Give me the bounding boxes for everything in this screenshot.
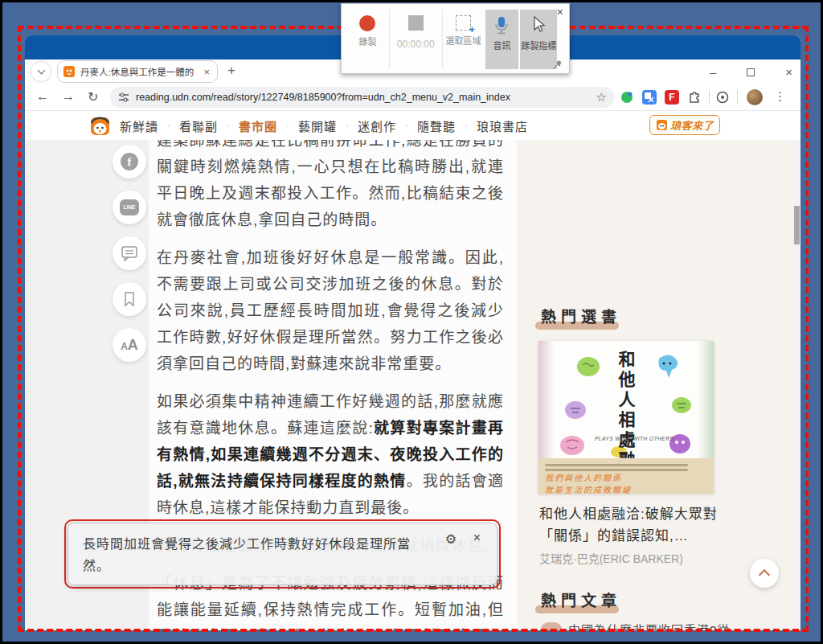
- forward-button[interactable]: →: [62, 89, 75, 104]
- font-size-icon: AA: [121, 337, 138, 354]
- translate-extension-icon[interactable]: [642, 90, 657, 105]
- browser-tab[interactable]: 丹麥人:休息與工作是一體的 ×: [57, 60, 218, 83]
- bookmark-button[interactable]: [113, 282, 146, 316]
- book-cover[interactable]: 和他人相處融洽 PLAYS WELL WITH OTHERS 我們與他人的關係 …: [538, 341, 714, 494]
- nav-separator: ·: [167, 120, 170, 131]
- recorder-close-icon[interactable]: ×: [557, 6, 563, 18]
- browser-toolbar: ← → ↻ reading.udn.com/read/story/122749/…: [25, 84, 800, 111]
- line-icon: LINE: [120, 199, 139, 215]
- page-scrollbar[interactable]: [793, 140, 800, 630]
- reload-button[interactable]: ↻: [88, 89, 98, 105]
- share-facebook-button[interactable]: f: [113, 145, 146, 178]
- chevron-down-icon: [37, 67, 45, 75]
- article-paragraph: 如果必須集中精神連續工作好幾週的話,那麼就應該有意識地休息。蘇連這麼說:就算對專…: [157, 388, 504, 521]
- browser-menu-icon[interactable]: ⋮: [774, 89, 786, 104]
- site-logo: [89, 115, 111, 137]
- record-pointer-label: 錄製指標: [521, 41, 556, 51]
- comment-icon: [121, 245, 138, 261]
- article-paragraph: 在丹麥社會,加班後好好休息是一般常識。因此,不需要跟上司或公司交涉加班之後的休息…: [157, 244, 504, 377]
- site-settings-icon: [118, 92, 129, 103]
- tab-title: 丹麥人:休息與工作是一體的: [80, 65, 201, 78]
- url-text: reading.udn.com/read/story/122749/818590…: [136, 92, 596, 103]
- site-navigation: 新鮮讀 · 看聯副 · 書市圈 · 藝開罐 · 迷創作 · 隨聲聽 · 琅琅書店…: [25, 111, 800, 140]
- nav-item-active[interactable]: 書市圈: [239, 117, 277, 134]
- nav-separator: ·: [227, 120, 230, 131]
- book-author: 艾瑞克·巴克(ERIC BARKER): [539, 550, 683, 566]
- record-button[interactable]: 錄製: [346, 9, 389, 68]
- flipboard-extension-icon[interactable]: F: [665, 90, 679, 105]
- cover-script-line: 就是生活的成敗關鍵: [545, 485, 707, 495]
- pin-icon[interactable]: [552, 59, 563, 70]
- new-tab-button[interactable]: +: [227, 63, 235, 79]
- record-label: 錄製: [358, 37, 376, 47]
- minimize-button[interactable]: –: [710, 65, 716, 79]
- book-cover-band: 我們與他人的關係 就是生活的成敗關鍵: [538, 458, 714, 494]
- nav-item[interactable]: 隨聲聽: [417, 117, 456, 134]
- comment-button[interactable]: [113, 236, 146, 270]
- badge-label: 琅客來了: [670, 117, 714, 133]
- select-region-label: 選取區域: [446, 36, 481, 47]
- site-favicon: [63, 65, 76, 78]
- facebook-icon: f: [121, 153, 138, 170]
- share-line-button[interactable]: LINE: [113, 191, 146, 224]
- toolbar-divider: [709, 90, 710, 104]
- tab-close-icon[interactable]: ×: [201, 66, 212, 78]
- nav-item[interactable]: 新鮮讀: [120, 117, 158, 134]
- sidebar-widgets: 熱門選書 和他人相處融洽 PLAYS WELL WITH OTHERS 我們與他: [517, 140, 800, 630]
- record-icon: [359, 15, 375, 31]
- stop-icon: [408, 15, 424, 31]
- stop-timer-button[interactable]: 00:00:00: [389, 9, 442, 68]
- live-caption-popup[interactable]: 長時間加班會覺得之後減少工作時數好好休段是理所當然。 ⚙ ×: [68, 523, 497, 585]
- caption-close-icon[interactable]: ×: [473, 531, 481, 545]
- window-close-button[interactable]: ×: [785, 65, 792, 79]
- badge-mascot-icon: [656, 119, 668, 131]
- nav-item[interactable]: 藝開罐: [298, 117, 337, 134]
- select-region-icon: +: [456, 15, 471, 31]
- nav-separator: ·: [405, 120, 408, 131]
- bookmark-icon: [122, 291, 137, 307]
- select-region-button[interactable]: + 選取區域: [442, 9, 485, 68]
- book-cover-subtitle: PLAYS WELL WITH OTHERS: [595, 436, 674, 441]
- microphone-icon: [493, 16, 510, 35]
- maximize-button[interactable]: [747, 65, 755, 79]
- profile-avatar[interactable]: [747, 89, 763, 105]
- screenshot-lens-icon[interactable]: [715, 90, 730, 105]
- back-button[interactable]: ←: [36, 89, 49, 104]
- popular-books-heading: 熱門選書: [541, 305, 621, 326]
- cursor-icon: [530, 16, 547, 35]
- langke-badge[interactable]: 琅客來了: [649, 115, 720, 135]
- caption-highlight-border: 長時間加班會覺得之後減少工作時數好好休段是理所當然。 ⚙ ×: [64, 519, 501, 589]
- nav-separator: ·: [465, 120, 468, 131]
- gear-icon[interactable]: ⚙: [445, 531, 457, 547]
- popular-articles-heading: 熱門文章: [541, 589, 621, 610]
- scrollbar-thumb[interactable]: [794, 206, 800, 244]
- toolbar-divider: [737, 90, 738, 104]
- tab-search-button[interactable]: [31, 62, 51, 81]
- book-title-link[interactable]: 和他人相處融洽:破解大眾對「關係」的錯誤認知,…: [539, 503, 740, 547]
- audio-label: 音訊: [493, 41, 510, 51]
- evernote-extension-icon[interactable]: [620, 90, 634, 105]
- nav-separator: ·: [346, 120, 349, 131]
- font-size-button[interactable]: AA: [113, 328, 146, 362]
- browser-window: 丹麥人:休息與工作是一體的 × + – × ← → ↻ reading.udn.…: [25, 35, 800, 630]
- scroll-to-top-button[interactable]: [750, 559, 779, 588]
- nav-separator: ·: [286, 120, 289, 131]
- recording-timer: 00:00:00: [397, 39, 435, 50]
- popular-article-title: 中國為什麼非要收回香港?從: [568, 621, 730, 630]
- extensions-puzzle-icon[interactable]: [687, 90, 702, 105]
- audio-toggle-button[interactable]: 音訊: [485, 10, 519, 69]
- nav-item[interactable]: 迷創作: [358, 117, 396, 134]
- page-content: f LINE AA 建築師蘇連總是在比稿前拚命工作,總是在勝負的關鍵時刻燃燒熱情…: [25, 140, 800, 630]
- nav-item[interactable]: 琅琅書店: [477, 117, 528, 134]
- rank-badge: [541, 622, 562, 631]
- screen-recorder-toolbar: 錄製 00:00:00 + 選取區域 音訊 錄製指標 ×: [341, 3, 570, 74]
- bookmark-star-icon[interactable]: ☆: [596, 90, 607, 105]
- popular-article-item[interactable]: 中國為什麼非要收回香港?從: [541, 621, 730, 630]
- article-paragraph: 建築師蘇連總是在比稿前拚命工作,總是在勝負的關鍵時刻燃燒熱情,一心只想在比稿時勝…: [157, 140, 504, 233]
- chevron-up-icon: [759, 569, 770, 580]
- nav-item[interactable]: 看聯副: [179, 117, 218, 134]
- address-bar[interactable]: reading.udn.com/read/story/122749/818590…: [110, 87, 615, 108]
- cover-script-line: 我們與他人的關係: [545, 473, 707, 483]
- caption-text: 長時間加班會覺得之後減少工作時數好好休段是理所當然。: [83, 533, 436, 576]
